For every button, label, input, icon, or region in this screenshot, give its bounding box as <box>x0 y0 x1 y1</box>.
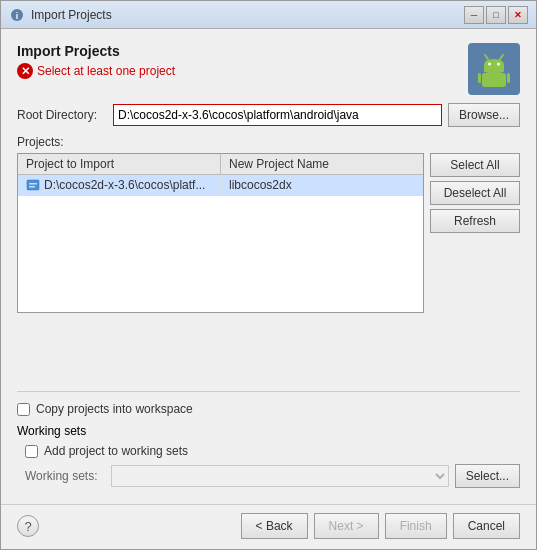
table-body[interactable]: D:\cocos2d-x-3.6\cocos\platf... libcocos… <box>18 175 423 312</box>
separator <box>17 391 520 392</box>
working-sets-input-row: Working sets: Select... <box>17 464 520 488</box>
projects-section: Projects: Project to Import New Project … <box>17 135 520 381</box>
refresh-button[interactable]: Refresh <box>430 209 520 233</box>
svg-point-4 <box>488 63 491 66</box>
working-sets-input-label: Working sets: <box>25 469 105 483</box>
project-file-icon <box>26 178 40 192</box>
root-directory-label: Root Directory: <box>17 108 107 122</box>
import-projects-dialog: i Import Projects ─ □ ✕ Import Projects … <box>0 0 537 550</box>
svg-rect-11 <box>27 180 39 190</box>
window-icon: i <box>9 7 25 23</box>
help-button[interactable]: ? <box>17 515 39 537</box>
table-row[interactable]: D:\cocos2d-x-3.6\cocos\platf... libcocos… <box>18 175 423 196</box>
footer-right: < Back Next > Finish Cancel <box>241 513 520 539</box>
cancel-button[interactable]: Cancel <box>453 513 520 539</box>
side-buttons: Select All Deselect All Refresh <box>430 153 520 381</box>
working-sets-select-button[interactable]: Select... <box>455 464 520 488</box>
title-bar: i Import Projects ─ □ ✕ <box>1 1 536 29</box>
finish-button[interactable]: Finish <box>385 513 447 539</box>
dialog-footer: ? < Back Next > Finish Cancel <box>1 504 536 549</box>
root-directory-row: Root Directory: Browse... <box>17 103 520 127</box>
copy-projects-label[interactable]: Copy projects into workspace <box>36 402 193 416</box>
dialog-title-section: Import Projects ✕ Select at least one pr… <box>17 43 175 79</box>
working-sets-select[interactable] <box>111 465 449 487</box>
footer-left: ? <box>17 515 39 537</box>
maximize-button[interactable]: □ <box>486 6 506 24</box>
svg-line-3 <box>500 55 503 59</box>
working-sets-section: Working sets Add project to working sets… <box>17 424 520 488</box>
close-button[interactable]: ✕ <box>508 6 528 24</box>
col-project-to-import: Project to Import <box>18 154 221 174</box>
error-icon: ✕ <box>17 63 33 79</box>
copy-projects-checkbox[interactable] <box>17 403 30 416</box>
working-sets-label: Working sets <box>17 424 520 438</box>
select-all-button[interactable]: Select All <box>430 153 520 177</box>
add-to-working-sets-checkbox[interactable] <box>25 445 38 458</box>
window-controls: ─ □ ✕ <box>464 6 528 24</box>
copy-projects-row: Copy projects into workspace <box>17 402 520 416</box>
error-message-row: ✕ Select at least one project <box>17 63 175 79</box>
svg-rect-6 <box>482 73 506 87</box>
svg-rect-12 <box>29 183 37 185</box>
projects-container: Project to Import New Project Name <box>17 153 520 381</box>
table-header: Project to Import New Project Name <box>18 154 423 175</box>
svg-rect-13 <box>29 186 35 188</box>
android-logo <box>468 43 520 95</box>
next-button[interactable]: Next > <box>314 513 379 539</box>
window-title: Import Projects <box>31 8 464 22</box>
add-to-working-sets-label[interactable]: Add project to working sets <box>44 444 188 458</box>
minimize-button[interactable]: ─ <box>464 6 484 24</box>
col-new-project-name: New Project Name <box>221 154 423 174</box>
projects-table: Project to Import New Project Name <box>17 153 424 313</box>
svg-text:i: i <box>16 11 19 21</box>
dialog-header: Import Projects ✕ Select at least one pr… <box>17 43 520 95</box>
svg-rect-8 <box>507 73 510 83</box>
back-button[interactable]: < Back <box>241 513 308 539</box>
dialog-title: Import Projects <box>17 43 175 59</box>
dialog-content: Import Projects ✕ Select at least one pr… <box>1 29 536 504</box>
projects-label: Projects: <box>17 135 520 149</box>
browse-button[interactable]: Browse... <box>448 103 520 127</box>
svg-line-2 <box>485 55 488 59</box>
svg-point-5 <box>497 63 500 66</box>
deselect-all-button[interactable]: Deselect All <box>430 181 520 205</box>
add-working-sets-row: Add project to working sets <box>17 444 520 458</box>
svg-rect-7 <box>478 73 481 83</box>
cell-new-project-name: libcocos2dx <box>221 175 423 195</box>
error-text: Select at least one project <box>37 64 175 78</box>
root-directory-input[interactable] <box>113 104 442 126</box>
cell-project-name: D:\cocos2d-x-3.6\cocos\platf... <box>18 175 221 195</box>
